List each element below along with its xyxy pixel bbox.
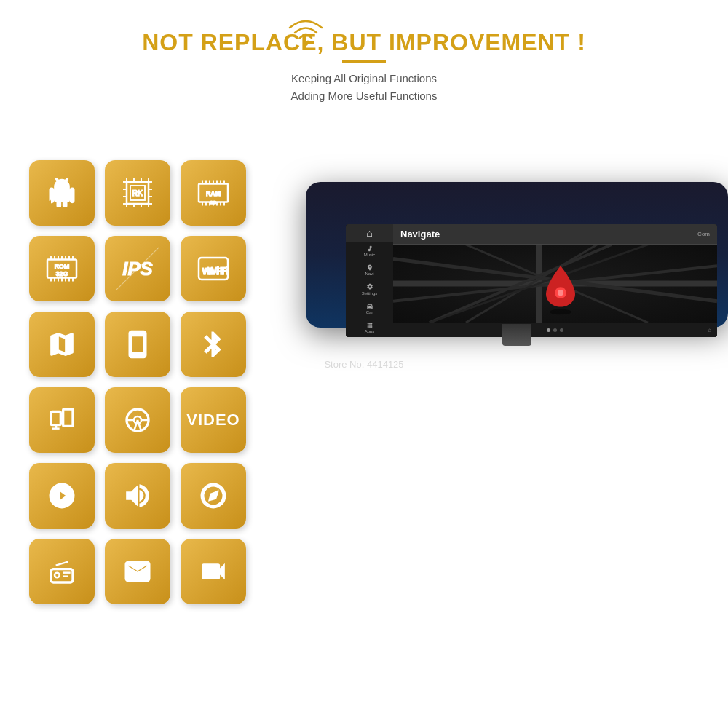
svg-text:RK: RK (132, 189, 143, 197)
device-body: ⌂ Music Navi (306, 182, 728, 328)
map-area (393, 245, 717, 323)
svg-line-71 (56, 562, 68, 566)
svg-point-72 (55, 573, 60, 578)
svg-point-69 (212, 494, 215, 498)
wifi-signal-icon (284, 15, 328, 54)
icon-rk: RK (105, 160, 170, 226)
icon-camera (181, 539, 246, 604)
page-container: NOT REPLACE, BUT IMPROVEMENT ! Keeping A… (0, 0, 728, 728)
sidebar-navi[interactable]: Navi (346, 261, 393, 280)
sidebar-apps-label: Apps (365, 329, 375, 333)
svg-point-86 (558, 290, 563, 296)
icon-mail (105, 539, 170, 604)
subtitle-line1: Keeping All Original Functions (291, 72, 437, 84)
icon-video: VIDEO (181, 387, 246, 453)
icon-bluetooth (181, 312, 246, 377)
dot-2 (553, 328, 557, 332)
sidebar-music-label: Music (364, 253, 376, 257)
icon-map (29, 312, 95, 377)
svg-text:RAM: RAM (206, 190, 221, 197)
icon-volume (105, 463, 170, 529)
dot-1 (547, 328, 550, 332)
sidebar-settings[interactable]: Settings (346, 280, 393, 298)
device-stand (502, 324, 531, 346)
screen-sidebar: ⌂ Music Navi (346, 224, 393, 337)
icon-steering (105, 387, 170, 453)
svg-point-84 (550, 309, 571, 315)
svg-text:32G: 32G (56, 270, 68, 277)
icon-gauge (181, 463, 246, 529)
svg-text:ROM: ROM (55, 263, 69, 270)
subtitle-line2: Adding More Useful Functions (291, 90, 438, 102)
icon-radio (29, 539, 95, 604)
sidebar-navi-label: Navi (365, 272, 373, 276)
device-screen: ⌂ Music Navi (346, 224, 717, 337)
icon-phone-mirror (105, 312, 170, 377)
icon-ram: RAM 2G (181, 160, 246, 226)
video-label: VIDEO (186, 411, 240, 430)
main-title: NOT REPLACE, BUT IMPROVEMENT ! (0, 29, 728, 56)
header-section: NOT REPLACE, BUT IMPROVEMENT ! Keeping A… (0, 0, 728, 112)
dot-3 (560, 328, 563, 332)
svg-text:Wi-Fi: Wi-Fi (202, 266, 224, 277)
icon-mirror-link (29, 387, 95, 453)
svg-rect-59 (51, 411, 60, 424)
sidebar-car-label: Car (366, 310, 373, 314)
icons-grid: RK RAM 2G (29, 160, 246, 604)
icon-android (29, 160, 95, 226)
sidebar-car[interactable]: Car (346, 299, 393, 318)
subtitle: Keeping All Original Functions Adding Mo… (0, 70, 728, 105)
screen-main-content: Navigate Com Navigate for you in real ti… (393, 224, 717, 337)
screen-header-bar: Navigate Com (393, 224, 717, 245)
screen-com-title: Com (697, 231, 710, 237)
car-head-unit: ⌂ Music Navi (306, 146, 728, 619)
icon-skype (29, 463, 95, 529)
icon-wifi: Wi Fi Wi-Fi (181, 236, 246, 301)
icon-rom: ROM 32G (29, 236, 95, 301)
sidebar-home-btn[interactable]: ⌂ (346, 224, 393, 242)
sidebar-apps[interactable]: Apps (346, 318, 393, 337)
screen-nav-title: Navigate (400, 229, 440, 240)
svg-point-75 (304, 41, 308, 46)
sidebar-settings-label: Settings (362, 291, 378, 296)
title-underline (342, 60, 386, 63)
screen-bottom-bar: ⌂ (393, 323, 717, 337)
sidebar-music[interactable]: Music (346, 242, 393, 261)
icon-ips: IPS (105, 236, 170, 301)
svg-rect-60 (63, 409, 73, 426)
